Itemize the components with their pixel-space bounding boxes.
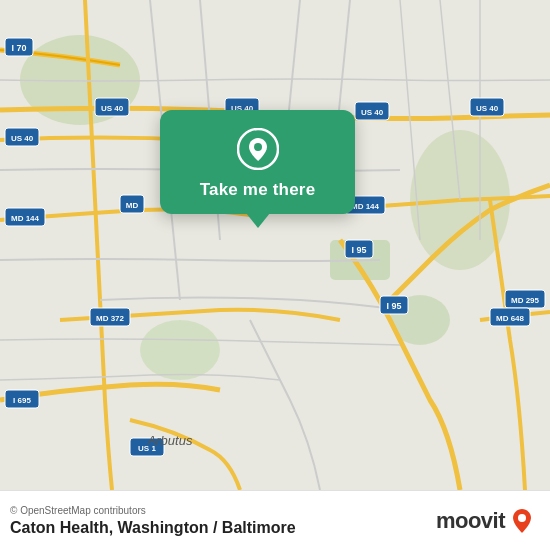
svg-text:MD 295: MD 295 <box>511 296 540 305</box>
take-me-there-button[interactable]: Take me there <box>200 180 316 200</box>
svg-text:MD 144: MD 144 <box>351 202 380 211</box>
svg-text:US 40: US 40 <box>11 134 34 143</box>
bottom-left-info: © OpenStreetMap contributors Caton Healt… <box>10 505 296 537</box>
map-container: I 70 US 40 US 40 US 40 US 40 US 40 MD MD… <box>0 0 550 490</box>
svg-text:I 95: I 95 <box>351 245 366 255</box>
svg-text:US 40: US 40 <box>476 104 499 113</box>
copyright-text: © OpenStreetMap contributors <box>10 505 296 516</box>
location-pin-icon <box>237 128 279 170</box>
svg-point-41 <box>254 143 262 151</box>
svg-point-42 <box>518 514 526 522</box>
svg-text:I 70: I 70 <box>11 43 26 53</box>
popup-card: Take me there <box>160 110 355 214</box>
location-title: Caton Health, Washington / Baltimore <box>10 519 296 537</box>
svg-text:I 695: I 695 <box>13 396 31 405</box>
svg-text:US 40: US 40 <box>361 108 384 117</box>
svg-text:MD: MD <box>126 201 139 210</box>
moovit-pin-icon <box>508 507 536 535</box>
svg-point-5 <box>140 320 220 380</box>
bottom-bar: © OpenStreetMap contributors Caton Healt… <box>0 490 550 550</box>
moovit-logo: moovit <box>436 507 536 535</box>
svg-text:MD 144: MD 144 <box>11 214 40 223</box>
svg-text:US 40: US 40 <box>101 104 124 113</box>
svg-text:I 95: I 95 <box>386 301 401 311</box>
svg-text:Arbutus: Arbutus <box>147 433 193 448</box>
svg-text:MD 648: MD 648 <box>496 314 525 323</box>
moovit-text: moovit <box>436 508 505 534</box>
svg-text:MD 372: MD 372 <box>96 314 125 323</box>
